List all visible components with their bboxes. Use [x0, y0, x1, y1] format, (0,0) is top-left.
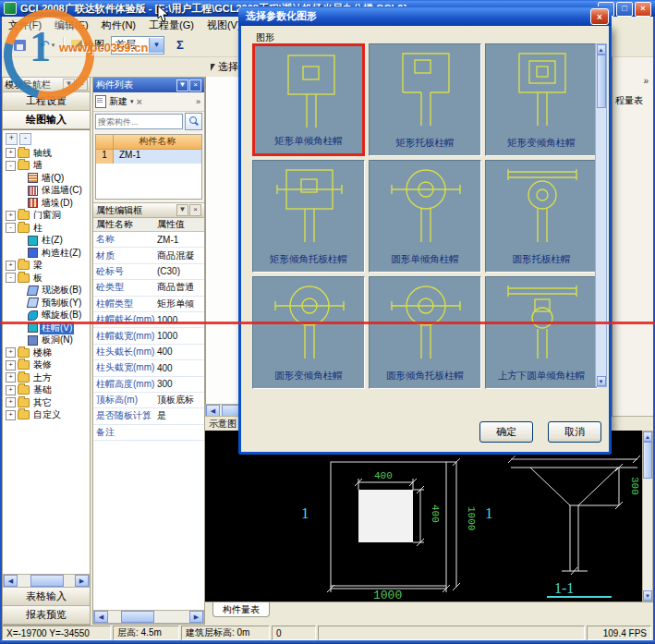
- expand-icon[interactable]: +: [6, 347, 16, 358]
- shape-tile[interactable]: 圆形托板柱帽: [485, 160, 598, 273]
- menu-item[interactable]: 构件(N): [95, 17, 142, 34]
- scroll-down-icon[interactable]: ▼: [597, 376, 606, 386]
- property-row[interactable]: 柱帽类型矩形单倾: [93, 297, 204, 312]
- delete-component-button[interactable]: ×: [137, 96, 142, 107]
- expand-icon[interactable]: +: [6, 360, 16, 371]
- schematic-vscrollbar[interactable]: ▲ ▼: [642, 431, 653, 601]
- expand-icon[interactable]: +: [6, 372, 16, 383]
- close-icon[interactable]: ×: [189, 204, 201, 216]
- tree-hscrollbar[interactable]: ◀ ▶: [3, 574, 90, 588]
- property-row[interactable]: 顶标高(m)顶板底标: [93, 393, 204, 408]
- scrollbar-thumb[interactable]: [597, 55, 606, 108]
- tree-item[interactable]: +基础: [3, 384, 90, 397]
- collapse-all-button[interactable]: -: [19, 133, 31, 145]
- tree-item[interactable]: +门窗洞: [3, 210, 90, 223]
- maximize-button[interactable]: □: [616, 2, 633, 17]
- tree-item[interactable]: 保温墙(C): [3, 185, 90, 198]
- scroll-left-icon[interactable]: ◀: [94, 611, 108, 623]
- close-icon[interactable]: ×: [189, 79, 201, 91]
- collapse-icon[interactable]: -: [6, 161, 16, 171]
- tree-item[interactable]: 现浇板(B): [3, 285, 90, 298]
- property-value[interactable]: 顶板底标: [155, 394, 204, 407]
- property-value[interactable]: 商品普通: [155, 281, 204, 294]
- tree-item[interactable]: -墙: [3, 160, 90, 173]
- new-component-button[interactable]: 新建: [109, 95, 127, 108]
- menu-item[interactable]: 工程量(G): [142, 17, 200, 34]
- expand-icon[interactable]: +: [6, 261, 16, 271]
- property-value[interactable]: 300: [155, 379, 204, 389]
- search-icon[interactable]: [185, 113, 202, 130]
- property-value[interactable]: 是: [155, 409, 204, 422]
- tree-item[interactable]: 预制板(Y): [3, 297, 90, 310]
- chevron-down-icon[interactable]: ▼: [149, 38, 164, 53]
- shape-tile[interactable]: 圆形倾角托板柱帽: [369, 276, 481, 389]
- shape-tile[interactable]: 矩形单倾角柱帽: [252, 43, 365, 156]
- tree-item[interactable]: +轴线: [3, 147, 90, 160]
- dialog-scrollbar[interactable]: ▲ ▼: [595, 43, 607, 387]
- shape-tile[interactable]: 矩形倾角托板柱帽: [252, 160, 365, 273]
- table-input-button[interactable]: 表格输入: [3, 588, 90, 606]
- property-value[interactable]: 矩形单倾: [155, 298, 204, 310]
- shape-tile[interactable]: 圆形单倾角柱帽: [369, 160, 481, 273]
- tree-item[interactable]: +装修: [3, 359, 90, 372]
- tree-item[interactable]: 螺旋板(B): [3, 310, 90, 322]
- scroll-down-icon[interactable]: ▼: [643, 590, 652, 601]
- property-row[interactable]: 柱帽截宽(mm)1000: [93, 328, 204, 344]
- property-row[interactable]: 是否随板计算是: [93, 408, 204, 424]
- tree-item[interactable]: -柱: [3, 222, 90, 235]
- shape-tile[interactable]: 圆形变倾角柱帽: [252, 276, 365, 389]
- cancel-button[interactable]: 取消: [548, 421, 601, 443]
- property-value[interactable]: 商品混凝: [155, 249, 204, 262]
- scroll-up-icon[interactable]: ▲: [597, 44, 606, 55]
- property-value[interactable]: 1000: [155, 331, 204, 341]
- property-row[interactable]: 柱头截长(mm)400: [93, 345, 204, 360]
- tree-item[interactable]: 墙垛(D): [3, 197, 90, 210]
- property-row[interactable]: 柱头截宽(mm)400: [93, 360, 204, 376]
- collapse-icon[interactable]: -: [6, 273, 16, 283]
- property-row[interactable]: 备注: [93, 425, 204, 441]
- tree-item[interactable]: 墙(Q): [3, 172, 90, 185]
- chevron-down-icon[interactable]: ▾: [130, 98, 134, 105]
- property-row[interactable]: 名称ZM-1: [93, 232, 204, 248]
- select-tool-button[interactable]: 选择: [207, 59, 242, 75]
- schematic-view[interactable]: 400 400 1000 1000 300 1 1 1-1: [205, 431, 642, 601]
- pin-icon[interactable]: ▼: [176, 79, 188, 91]
- property-value[interactable]: (C30): [155, 266, 204, 276]
- property-value[interactable]: ZM-1: [155, 235, 204, 245]
- summary-calc-button[interactable]: Σ: [168, 35, 192, 55]
- property-row[interactable]: 柱帽高度(mm)300: [93, 377, 204, 393]
- tree-item[interactable]: +梁: [3, 260, 90, 273]
- property-row[interactable]: 柱帽截长(mm)1000: [93, 312, 204, 328]
- overflow-chevron-icon[interactable]: »: [643, 76, 649, 86]
- expand-icon[interactable]: +: [6, 397, 16, 407]
- expand-all-button[interactable]: +: [6, 133, 18, 145]
- shape-tile[interactable]: 矩形变倾角柱帽: [485, 43, 598, 156]
- scrollbar-thumb[interactable]: [121, 611, 154, 623]
- tree-item[interactable]: 板洞(N): [3, 334, 90, 347]
- dialog-title-bar[interactable]: 选择参数化图形 ×: [238, 6, 612, 26]
- scrollbar-thumb[interactable]: [30, 575, 64, 587]
- expand-icon[interactable]: +: [6, 385, 16, 395]
- property-hscrollbar[interactable]: ◀ ▶: [93, 610, 204, 624]
- scroll-left-icon[interactable]: ◀: [4, 575, 18, 587]
- property-row[interactable]: 材质商品混凝: [93, 248, 204, 263]
- scroll-right-icon[interactable]: ▶: [189, 611, 203, 623]
- tab-component-quantity[interactable]: 构件量表: [212, 602, 270, 617]
- expand-icon[interactable]: +: [6, 211, 16, 221]
- shape-tile[interactable]: 矩形托板柱帽: [369, 43, 481, 156]
- drawing-canvas[interactable]: [205, 77, 243, 404]
- tree-item[interactable]: -板: [3, 272, 90, 285]
- expand-icon[interactable]: +: [6, 148, 16, 158]
- property-row[interactable]: 砼类型商品普通: [93, 280, 204, 296]
- scrollbar-thumb[interactable]: [643, 442, 652, 479]
- table-row[interactable]: 1 ZM-1: [96, 150, 201, 164]
- overflow-chevron-icon[interactable]: »: [196, 97, 202, 106]
- property-row[interactable]: 砼标号(C30): [93, 264, 204, 280]
- draw-input-button[interactable]: 绘图输入: [3, 111, 90, 129]
- collapse-icon[interactable]: -: [6, 223, 16, 233]
- shape-tile[interactable]: 上方下圆单倾角柱帽: [485, 276, 598, 389]
- search-input[interactable]: [95, 114, 183, 129]
- property-value[interactable]: 400: [155, 363, 204, 373]
- tree-item[interactable]: +自定义: [3, 409, 90, 422]
- property-value[interactable]: 400: [155, 346, 204, 357]
